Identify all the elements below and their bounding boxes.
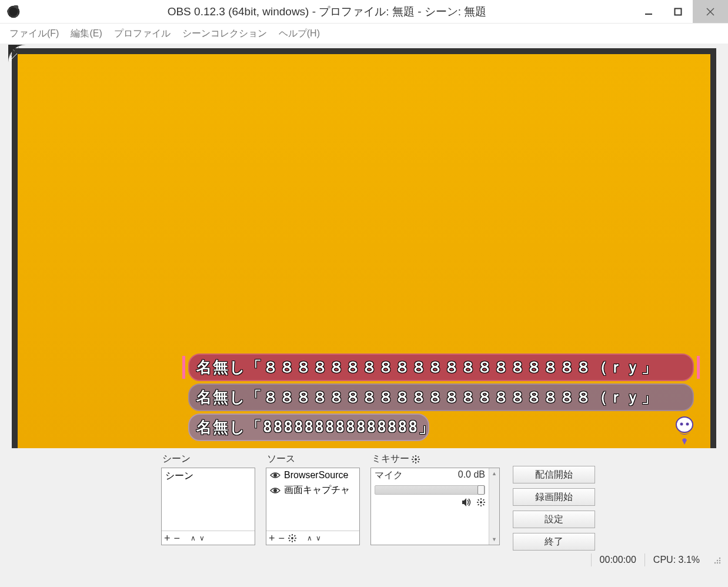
mixer-volume-slider[interactable]: [375, 485, 485, 495]
add-scene-button[interactable]: +: [164, 533, 171, 543]
visibility-icon[interactable]: [270, 472, 280, 479]
avatar-icon: [672, 416, 697, 445]
window-controls: [634, 0, 728, 23]
start-streaming-button[interactable]: 配信開始: [513, 466, 595, 483]
scene-down-button[interactable]: ∨: [199, 535, 205, 542]
slider-thumb[interactable]: [477, 485, 485, 495]
source-label: 画面キャプチャ: [284, 484, 350, 496]
svg-point-46: [714, 562, 716, 563]
scroll-up-button[interactable]: ▲: [489, 468, 499, 479]
preview-canvas[interactable]: 名無し「８８８８８８８８８８８８８８８８８８８８（ｒｙ」 名無し「８８８８８８８…: [18, 54, 710, 448]
channel-settings-button[interactable]: [477, 498, 485, 506]
chat-overlay: 名無し「８８８８８８８８８８８８８８８８８８８８（ｒｙ」 名無し「８８８８８８８…: [188, 353, 694, 443]
resize-grip[interactable]: [712, 555, 722, 565]
action-buttons: 配信開始 録画開始 設定 終了: [513, 466, 595, 551]
mixer-title-label: ミキサー: [372, 453, 409, 465]
scenes-toolbar: + − ∧ ∨: [162, 531, 255, 545]
menu-help[interactable]: ヘルプ(H): [273, 24, 326, 44]
svg-rect-41: [483, 499, 485, 501]
svg-rect-39: [477, 499, 479, 501]
svg-rect-24: [289, 539, 290, 541]
chat-comment: 名無し「888888888888888」: [188, 413, 429, 441]
exit-button[interactable]: 終了: [513, 533, 595, 551]
svg-point-13: [686, 423, 689, 426]
menu-profile[interactable]: プロファイル: [108, 24, 176, 44]
svg-rect-27: [415, 462, 416, 463]
svg-rect-20: [295, 538, 296, 539]
start-recording-button[interactable]: 録画開始: [513, 488, 595, 506]
menu-edit[interactable]: 編集(E): [65, 24, 108, 44]
source-item[interactable]: BrowserSource: [266, 468, 359, 482]
menu-bar: ファイル(F) 編集(E) プロファイル シーンコレクション ヘルプ(H): [0, 24, 728, 44]
svg-point-12: [680, 423, 683, 426]
mixer-panel: ミキサー マイク 0.0 dB: [370, 452, 500, 545]
svg-rect-33: [412, 461, 414, 462]
remove-scene-button[interactable]: −: [174, 533, 181, 543]
minimize-button[interactable]: [634, 0, 663, 23]
svg-point-45: [719, 560, 720, 561]
sources-title: ソース: [266, 452, 360, 468]
scenes-title: シーン: [161, 452, 255, 468]
svg-rect-18: [292, 541, 293, 542]
title-bar: OBS 0.12.3 (64bit, windows) - プロファイル: 無題…: [0, 0, 728, 24]
maximize-button[interactable]: [663, 0, 693, 23]
svg-rect-19: [288, 538, 290, 539]
svg-rect-42: [477, 503, 479, 505]
svg-point-47: [717, 562, 718, 563]
scenes-list[interactable]: シーン + − ∧ ∨: [161, 468, 255, 545]
settings-button[interactable]: 設定: [513, 511, 595, 528]
close-button[interactable]: [693, 0, 728, 23]
sources-panel: ソース BrowserSource 画面キャプチャ + −: [266, 452, 360, 545]
source-settings-button[interactable]: [288, 534, 296, 542]
scene-item[interactable]: シーン: [162, 468, 255, 484]
obs-app-icon: [7, 5, 20, 18]
bottom-panels: シーン シーン + − ∧ ∨ ソース: [0, 448, 728, 551]
svg-rect-40: [483, 503, 485, 505]
mixer-level: 0.0 dB: [458, 469, 485, 482]
menu-scene-collection[interactable]: シーンコレクション: [176, 24, 273, 44]
svg-point-44: [717, 560, 718, 561]
add-source-button[interactable]: +: [269, 533, 275, 543]
chat-comment: 名無し「８８８８８８８８８８８８８８８８８８８８（ｒｙ」: [188, 353, 694, 381]
svg-rect-29: [418, 459, 420, 460]
speaker-icon[interactable]: [462, 498, 471, 506]
mixer-title: ミキサー: [370, 452, 500, 468]
svg-rect-23: [294, 535, 296, 536]
client-area: 名無し「８８８８８８８８８８８８８８８８８８８８（ｒｙ」 名無し「８８８８８８８…: [0, 44, 728, 587]
sources-toolbar: + − ∧ ∨: [266, 531, 359, 545]
svg-rect-26: [415, 455, 416, 457]
svg-point-43: [719, 558, 720, 559]
svg-rect-31: [418, 461, 419, 462]
scenes-panel: シーン シーン + − ∧ ∨: [161, 452, 255, 545]
svg-point-48: [719, 562, 720, 563]
window-title: OBS 0.12.3 (64bit, windows) - プロファイル: 無題…: [20, 4, 634, 19]
mixer-settings-button[interactable]: [412, 455, 420, 463]
svg-rect-37: [477, 502, 479, 503]
svg-line-9: [13, 49, 15, 51]
svg-rect-3: [675, 8, 682, 15]
source-down-button[interactable]: ∨: [316, 535, 321, 542]
svg-rect-35: [480, 498, 482, 500]
source-up-button[interactable]: ∧: [307, 535, 312, 542]
svg-rect-36: [480, 505, 482, 506]
mixer-box: マイク 0.0 dB ▲ ▼: [370, 468, 500, 545]
visibility-icon[interactable]: [270, 487, 280, 494]
remove-source-button[interactable]: −: [279, 533, 285, 543]
svg-point-15: [273, 489, 277, 492]
svg-line-7: [11, 54, 17, 60]
scroll-down-button[interactable]: ▼: [489, 534, 499, 545]
preview-frame: 名無し「８８８８８８８８８８８８８８８８８８８８（ｒｙ」 名無し「８８８８８８８…: [12, 48, 716, 448]
svg-point-25: [415, 458, 417, 461]
sources-list[interactable]: BrowserSource 画面キャプチャ + − ∧ ∨: [266, 468, 360, 545]
svg-rect-28: [412, 459, 413, 460]
svg-rect-22: [294, 539, 296, 541]
mixer-scrollbar[interactable]: ▲ ▼: [489, 468, 499, 545]
source-label: BrowserSource: [284, 470, 348, 481]
menu-file[interactable]: ファイル(F): [4, 24, 65, 44]
scene-up-button[interactable]: ∧: [191, 535, 196, 542]
svg-point-16: [291, 537, 293, 539]
source-item[interactable]: 画面キャプチャ: [266, 482, 359, 498]
svg-rect-21: [289, 535, 290, 536]
svg-point-14: [273, 473, 277, 477]
mixer-channel-name: マイク: [375, 469, 403, 482]
